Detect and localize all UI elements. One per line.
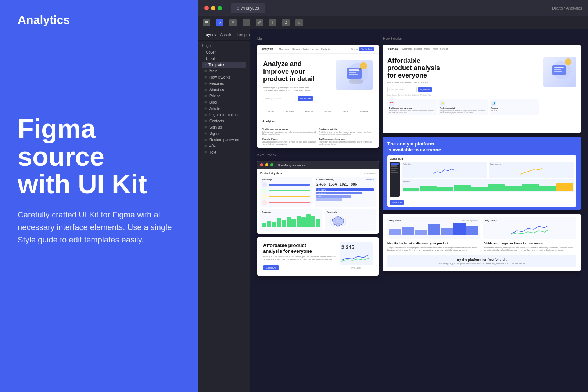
sidebar-item-text[interactable]: ⊞Text xyxy=(202,149,246,155)
pen-icon[interactable]: ✐ xyxy=(256,19,263,26)
menu-icon[interactable]: ☰ xyxy=(203,19,210,26)
side-hero-illustration xyxy=(543,57,576,87)
side-nav-features: Features xyxy=(414,48,422,50)
nav-link-ratings: Ratings xyxy=(292,48,300,50)
hero-cta-button[interactable]: Try for free xyxy=(298,96,313,101)
avg-salary-chart-title: Avg. salary xyxy=(485,219,574,222)
sidebar-item-cover[interactable]: Cover xyxy=(202,49,246,55)
mini-dash-title: Dashboard xyxy=(390,158,574,160)
close-dot[interactable] xyxy=(204,6,209,10)
sidebar-item-restore[interactable]: ⊞Restore password xyxy=(202,137,246,143)
svg-rect-16 xyxy=(554,71,562,72)
hero-text: Analyze andimprove yourproduct in detail… xyxy=(263,60,336,101)
mockup-nav-logo: Analytics xyxy=(262,48,273,50)
funnel-legend: ■ monthly xyxy=(366,179,374,181)
side-nav-about: About xyxy=(433,48,438,50)
brand-google: Google xyxy=(305,110,313,112)
side-cta-btn[interactable]: Try for free xyxy=(418,87,432,92)
svg-point-1 xyxy=(349,79,363,84)
sidebar-item-uikit[interactable]: UI Kit xyxy=(202,55,246,62)
avg-salary-title: Avg. salary xyxy=(327,211,374,213)
svg-rect-14 xyxy=(554,67,564,68)
side-hero-svg xyxy=(543,57,576,87)
sidebar-item-legal[interactable]: ⊞Legal information xyxy=(202,112,246,118)
sidebar-item-templates[interactable]: Templates xyxy=(202,62,246,68)
dashboard-dots xyxy=(260,163,273,166)
nav-cta-btn[interactable]: Try for free xyxy=(359,47,374,51)
feature-pages-desc: Analytics calculates the number of views… xyxy=(262,141,317,145)
minimize-dot[interactable] xyxy=(211,6,215,10)
dash-dot-red xyxy=(260,163,263,166)
figma-window: ⌂ Analytics Drafts / Analytics ☰ ↗ ⊞ □ ✐… xyxy=(198,0,588,392)
productivity-title: Productivity stats xyxy=(260,172,282,175)
sub-text: Carefully crafted UI Kit for Figma with … xyxy=(18,209,179,246)
side-hero-content: Affordableproduct analysisfor everyone F… xyxy=(383,53,581,120)
stats-row: 2 456 1564 1021 886 xyxy=(316,182,374,186)
platform-heading: The analyst platformis available to ever… xyxy=(387,141,576,152)
sidebar-item-features[interactable]: ⊞Features xyxy=(202,80,246,87)
sidebar-item-blog[interactable]: ⊞Blog xyxy=(202,99,246,105)
side-nav-pricing: Pricing xyxy=(424,48,431,50)
figma-tab[interactable]: ⌂ Analytics xyxy=(231,3,265,13)
sidebar-item-article[interactable]: ⊞Article xyxy=(202,105,246,112)
card2-title: Audience activity xyxy=(440,107,486,109)
figma-tab-icon: ⌂ xyxy=(237,6,239,10)
sidebar-item-main[interactable]: ⊞Main xyxy=(202,68,246,74)
main-section-label: Main xyxy=(257,37,379,40)
stat-3: 1021 xyxy=(340,182,348,186)
select-icon[interactable]: ↗ xyxy=(216,19,223,26)
platform-section: The analyst platformis available to ever… xyxy=(383,137,581,210)
funnel-bar-3: 80% xyxy=(318,195,321,198)
hero-email-input[interactable]: Enter your email xyxy=(263,96,296,101)
affordable-heading: Affordable productanalysis for everyone xyxy=(263,242,336,254)
stat-2: 1564 xyxy=(329,182,337,186)
comment-icon[interactable]: ○ xyxy=(295,19,303,26)
tab-assets[interactable]: Assets xyxy=(218,29,234,40)
sidebar-item-howitworks[interactable]: ⊞How it works xyxy=(202,74,246,80)
sidebar-item-pricing[interactable]: ⊞Pricing xyxy=(202,93,246,99)
sidebar-item-signin[interactable]: ⊞Sign in xyxy=(202,130,246,137)
figma-toolbar: ☰ ↗ ⊞ □ ✐ T ↺ ○ xyxy=(198,16,588,29)
new-order-btn[interactable]: + New order xyxy=(390,200,404,205)
main-heading: Figma sourcewith UI Kit xyxy=(18,115,188,198)
brand-stripe: stripe xyxy=(343,110,348,112)
dashboard-mockup: How Analytics works Productivity stats ●… xyxy=(257,161,379,234)
maximize-dot[interactable] xyxy=(218,6,222,10)
sidebar-item-contacts[interactable]: ⊞Contacts xyxy=(202,118,246,124)
identify-target-desc: Analyze the interests, demographic and s… xyxy=(387,247,480,252)
sidebar-item-aboutus[interactable]: ⊞About us xyxy=(202,87,246,93)
figma-sidebar: Layers Assets Templates Pages Cover UI K… xyxy=(198,29,250,392)
hero-desc: With analytics, you can get answers abou… xyxy=(263,86,315,92)
app-logo: Analytics xyxy=(18,13,188,27)
dash-dot-green xyxy=(270,163,273,166)
sales-roadmap-mini: Sales roadmap xyxy=(490,163,573,165)
hero-input-row: Enter your email Try for free xyxy=(263,96,336,101)
card3-desc: the yo fr... xyxy=(491,110,537,112)
mini-chart-svg xyxy=(341,251,371,262)
revenue-title: Revenue xyxy=(262,211,320,213)
side-top-mockup: Analytics Merchants Features Pricing Abo… xyxy=(383,45,581,133)
figma-topbar: ⌂ Analytics Drafts / Analytics xyxy=(198,0,588,16)
sidebar-item-404[interactable]: ⊞404 xyxy=(202,143,246,149)
card3-title: Popular xyxy=(491,107,537,109)
frame-icon[interactable]: ⊞ xyxy=(229,19,237,26)
sidebar-tabs: Layers Assets Templates xyxy=(198,29,250,41)
main-preview-column: Main Analytics Merchants Ratings Pricing… xyxy=(257,37,379,385)
side-hero-heading: Affordableproduct analysisfor everyone xyxy=(387,57,539,79)
affordable-btn[interactable]: Enable All xyxy=(263,265,279,270)
feature-traffic2-desc: Information on transitions from traffic … xyxy=(319,141,373,145)
sidebar-item-signup[interactable]: ⊞Sign up xyxy=(202,124,246,130)
tab-templates[interactable]: Templates xyxy=(234,29,250,40)
tab-layers[interactable]: Layers xyxy=(201,29,218,40)
side-nav-links: Merchants Features Pricing About Contact… xyxy=(402,48,448,50)
side-preview-column: How it works Analytics Merchants Feature… xyxy=(383,37,581,385)
rotate-icon[interactable]: ↺ xyxy=(282,19,290,26)
funnel-bar-1: 345 / 25% xyxy=(318,189,326,191)
side-email-input[interactable]: Enter your email xyxy=(387,87,417,92)
main-page-mockup: Analytics Merchants Ratings Pricing Abou… xyxy=(257,45,379,148)
text-icon[interactable]: T xyxy=(269,19,276,26)
hero-svg xyxy=(336,60,373,90)
sales-top-title: Sales top xyxy=(262,179,310,181)
shape-icon[interactable]: □ xyxy=(243,19,250,26)
cta-bar-text: Try the platform for free for 7 d... xyxy=(392,258,572,262)
